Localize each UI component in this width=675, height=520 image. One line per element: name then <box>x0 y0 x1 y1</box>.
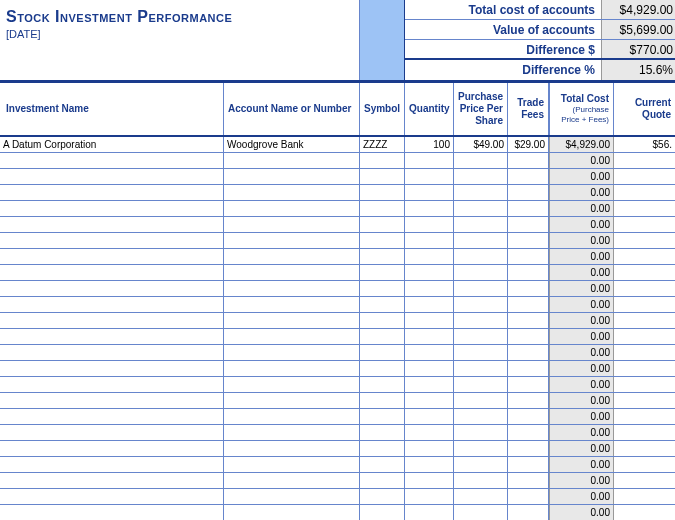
cell-c4[interactable] <box>405 345 454 360</box>
cell-c5[interactable] <box>454 489 508 504</box>
cell-c6[interactable] <box>508 297 549 312</box>
cell-c7[interactable]: 0.00 <box>549 201 614 216</box>
cell-c8[interactable]: $56. <box>614 137 675 152</box>
table-row[interactable]: 0.00 <box>0 313 675 329</box>
cell-c8[interactable] <box>614 217 675 232</box>
table-row[interactable]: 0.00 <box>0 457 675 473</box>
cell-c6[interactable] <box>508 313 549 328</box>
cell-c4[interactable] <box>405 329 454 344</box>
cell-c8[interactable] <box>614 489 675 504</box>
table-row[interactable]: 0.00 <box>0 169 675 185</box>
cell-c5[interactable] <box>454 185 508 200</box>
cell-c7[interactable]: 0.00 <box>549 169 614 184</box>
cell-c3[interactable] <box>360 169 405 184</box>
cell-c7[interactable]: 0.00 <box>549 377 614 392</box>
cell-c1[interactable] <box>0 345 224 360</box>
cell-c3[interactable] <box>360 297 405 312</box>
cell-c8[interactable] <box>614 441 675 456</box>
cell-c6[interactable] <box>508 169 549 184</box>
cell-c2[interactable] <box>224 169 360 184</box>
table-row[interactable]: 0.00 <box>0 153 675 169</box>
cell-c4[interactable] <box>405 249 454 264</box>
cell-c1[interactable] <box>0 281 224 296</box>
cell-c3[interactable] <box>360 265 405 280</box>
cell-c1[interactable]: A Datum Corporation <box>0 137 224 152</box>
cell-c2[interactable] <box>224 425 360 440</box>
cell-c7[interactable]: 0.00 <box>549 153 614 168</box>
cell-c3[interactable] <box>360 201 405 216</box>
cell-c7[interactable]: 0.00 <box>549 265 614 280</box>
cell-c3[interactable] <box>360 313 405 328</box>
cell-c6[interactable] <box>508 393 549 408</box>
cell-c5[interactable] <box>454 265 508 280</box>
cell-c4[interactable] <box>405 281 454 296</box>
cell-c8[interactable] <box>614 425 675 440</box>
cell-c2[interactable] <box>224 377 360 392</box>
cell-c7[interactable]: 0.00 <box>549 361 614 376</box>
cell-c8[interactable] <box>614 185 675 200</box>
cell-c5[interactable] <box>454 505 508 520</box>
cell-c2[interactable] <box>224 441 360 456</box>
cell-c3[interactable] <box>360 249 405 264</box>
cell-c2[interactable] <box>224 361 360 376</box>
cell-c1[interactable] <box>0 233 224 248</box>
cell-c1[interactable] <box>0 441 224 456</box>
table-row[interactable]: 0.00 <box>0 377 675 393</box>
cell-c2[interactable] <box>224 473 360 488</box>
cell-c6[interactable]: $29.00 <box>508 137 549 152</box>
cell-c6[interactable] <box>508 361 549 376</box>
cell-c7[interactable]: 0.00 <box>549 457 614 472</box>
cell-c7[interactable]: 0.00 <box>549 425 614 440</box>
cell-c6[interactable] <box>508 153 549 168</box>
cell-c7[interactable]: 0.00 <box>549 393 614 408</box>
cell-c3[interactable]: ZZZZ <box>360 137 405 152</box>
table-row[interactable]: 0.00 <box>0 425 675 441</box>
cell-c5[interactable] <box>454 297 508 312</box>
cell-c2[interactable] <box>224 297 360 312</box>
cell-c4[interactable] <box>405 217 454 232</box>
cell-c1[interactable] <box>0 265 224 280</box>
cell-c7[interactable]: 0.00 <box>549 249 614 264</box>
cell-c6[interactable] <box>508 489 549 504</box>
cell-c4[interactable]: 100 <box>405 137 454 152</box>
cell-c1[interactable] <box>0 425 224 440</box>
cell-c4[interactable] <box>405 297 454 312</box>
cell-c4[interactable] <box>405 185 454 200</box>
table-row[interactable]: 0.00 <box>0 409 675 425</box>
cell-c5[interactable] <box>454 217 508 232</box>
table-row[interactable]: 0.00 <box>0 249 675 265</box>
cell-c8[interactable] <box>614 457 675 472</box>
cell-c3[interactable] <box>360 457 405 472</box>
cell-c4[interactable] <box>405 233 454 248</box>
cell-c4[interactable] <box>405 265 454 280</box>
cell-c2[interactable] <box>224 185 360 200</box>
cell-c8[interactable] <box>614 169 675 184</box>
cell-c8[interactable] <box>614 409 675 424</box>
cell-c1[interactable] <box>0 361 224 376</box>
cell-c5[interactable] <box>454 361 508 376</box>
cell-c6[interactable] <box>508 281 549 296</box>
cell-c8[interactable] <box>614 393 675 408</box>
cell-c6[interactable] <box>508 473 549 488</box>
cell-c7[interactable]: 0.00 <box>549 441 614 456</box>
cell-c2[interactable] <box>224 393 360 408</box>
cell-c6[interactable] <box>508 185 549 200</box>
cell-c5[interactable] <box>454 457 508 472</box>
cell-c7[interactable]: 0.00 <box>549 329 614 344</box>
cell-c1[interactable] <box>0 393 224 408</box>
table-row[interactable]: 0.00 <box>0 489 675 505</box>
cell-c6[interactable] <box>508 233 549 248</box>
cell-c8[interactable] <box>614 153 675 168</box>
table-row[interactable]: 0.00 <box>0 297 675 313</box>
cell-c1[interactable] <box>0 169 224 184</box>
cell-c3[interactable] <box>360 409 405 424</box>
cell-c6[interactable] <box>508 425 549 440</box>
table-row[interactable]: 0.00 <box>0 329 675 345</box>
cell-c2[interactable] <box>224 489 360 504</box>
cell-c4[interactable] <box>405 361 454 376</box>
cell-c1[interactable] <box>0 185 224 200</box>
cell-c1[interactable] <box>0 457 224 472</box>
cell-c6[interactable] <box>508 249 549 264</box>
cell-c8[interactable] <box>614 297 675 312</box>
cell-c2[interactable] <box>224 201 360 216</box>
